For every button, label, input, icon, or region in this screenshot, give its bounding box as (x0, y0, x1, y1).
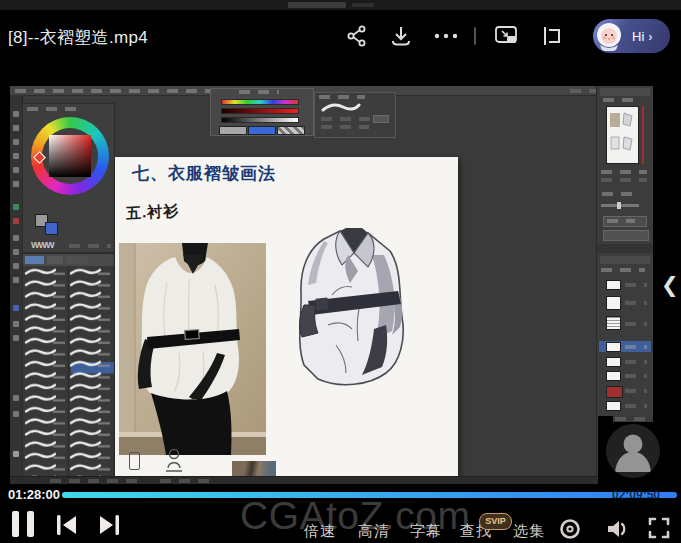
share-icon[interactable] (345, 24, 369, 48)
menu-episodes[interactable]: 选集 (513, 522, 545, 541)
menu-quality[interactable]: 高清 (358, 522, 390, 541)
photo-thumbnail (232, 461, 276, 476)
next-episode-button[interactable] (96, 513, 122, 541)
menu-speed[interactable]: 倍速 (304, 522, 336, 541)
record-ring-icon[interactable] (558, 517, 582, 541)
progress-bar[interactable] (62, 492, 677, 498)
shirt-illustration (288, 225, 415, 395)
mascot-avatar-icon (594, 21, 624, 51)
previous-episode-button[interactable] (54, 513, 80, 541)
more-options-icon[interactable] (433, 26, 459, 46)
transparent-color-icon: WWW (31, 240, 53, 250)
window-titlebar-fragment (0, 0, 681, 10)
progress-fill (62, 492, 677, 498)
dropdown (603, 216, 647, 227)
slider-knob (617, 202, 621, 209)
duration-time: 02:09:50 (612, 488, 660, 502)
mini-window-icon[interactable] (539, 24, 563, 48)
reference-photo (119, 243, 266, 455)
picture-in-picture-icon[interactable] (494, 24, 520, 48)
csp-canvas: 七、衣服褶皱画法 五.衬衫 (115, 157, 458, 478)
button (603, 230, 649, 241)
csp-statusbar (10, 476, 653, 484)
window-title-smudge (288, 2, 346, 8)
csp-tool-property-panel (314, 92, 396, 138)
saturation-value-box (49, 135, 91, 177)
main-color-swatch (219, 126, 247, 135)
csp-color-wheel-panel: WWW (22, 103, 115, 253)
video-title: [8]--衣褶塑造.mp4 (8, 26, 148, 49)
window-title-smudge (352, 3, 374, 7)
transparent-swatch (277, 126, 305, 135)
color-swatch-blue (45, 222, 58, 235)
download-icon[interactable] (389, 24, 413, 48)
chevron-right-icon: › (648, 29, 652, 44)
csp-brush-list-panel (22, 253, 115, 478)
volume-icon[interactable] (604, 517, 630, 541)
collapse-panel-chevron-icon[interactable]: ❮ (661, 274, 679, 295)
svip-badge: SVIP (479, 513, 512, 530)
lesson-heading: 七、衣服褶皱画法 (132, 162, 276, 185)
current-time: 01:28:00 (8, 487, 60, 502)
navigator-thumbnail (606, 106, 639, 164)
presenter-avatar (606, 424, 660, 478)
sketch-rectangle (129, 452, 140, 470)
sub-color-swatch (248, 126, 276, 135)
header-divider (474, 27, 476, 45)
menu-subtitles[interactable]: 字幕 (410, 522, 442, 541)
sketch-figure (163, 448, 185, 474)
video-player-app: [8]--衣褶塑造.mp4 (0, 0, 681, 543)
presenter-strip (613, 416, 653, 422)
account-pill[interactable]: Hi › (593, 19, 670, 53)
handwritten-note: 五.衬衫 (126, 202, 180, 224)
account-label: Hi (632, 29, 644, 44)
video-surface[interactable]: WWW (10, 86, 653, 484)
pause-button[interactable] (12, 511, 34, 541)
csp-color-slider-panel (210, 88, 314, 136)
layer-thumb-red (606, 386, 623, 398)
fullscreen-icon[interactable] (648, 517, 670, 539)
